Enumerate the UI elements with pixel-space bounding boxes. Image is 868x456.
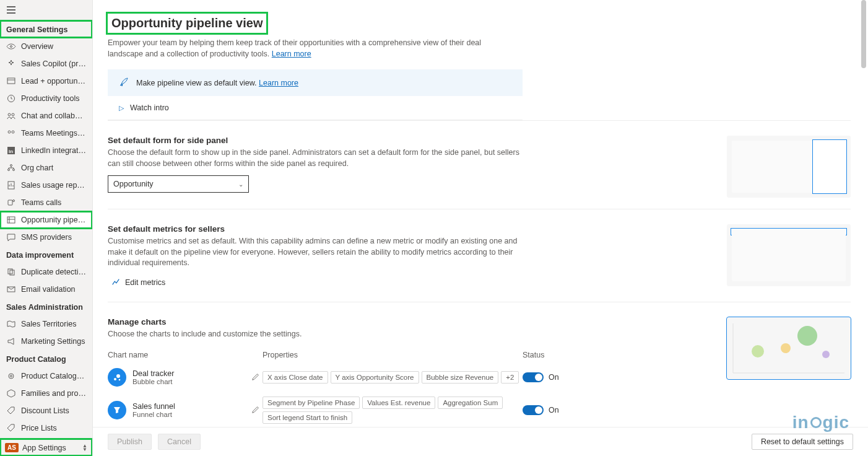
chart-table-head: Chart name Properties Status [108,347,677,363]
chip: Values Est. revenue [362,397,435,409]
nav-label: Discount Lists [21,406,69,415]
svg-rect-1 [7,78,15,84]
people-icon [6,128,16,138]
svg-rect-15 [7,217,15,223]
svg-point-26 [752,345,764,357]
nav-label: Product Catalog S... [21,372,86,380]
nav-productivity[interactable]: Productivity tools [0,90,92,107]
megaphone-icon [6,336,16,346]
nav-sales-territories[interactable]: Sales Territories [0,315,92,333]
svg-rect-13 [8,200,12,205]
play-icon: ▷ [119,104,124,112]
nav-sales-copilot[interactable]: Sales Copilot (pre... [0,55,92,72]
chart-row-sales-funnel: Sales funnel Funnel chart Segment by Pip… [108,392,677,427]
svg-point-19 [9,374,14,379]
nav-opportunity-pipeline[interactable]: Opportunity pipeli... [0,211,92,229]
tag-icon [6,423,16,433]
chart-icon [111,278,120,288]
group-product-catalog: Product Catalog [0,350,92,367]
area-label: App Settings [22,444,79,452]
nav-sales-usage[interactable]: Sales usage reports [0,177,92,194]
nav-overview[interactable]: Overview [0,38,92,55]
gear-icon [6,371,16,381]
nav-label: Sales usage reports [21,181,86,190]
svg-point-21 [114,378,116,380]
chart-chips: X axis Close date Y axis Opportunity Sco… [263,371,523,384]
nav-label: Lead + opportunit... [21,77,86,86]
nav-label: Marketing Settings [21,337,85,346]
hamburger-icon [6,5,16,15]
footer-bar: Publish Cancel Reset to default settings [93,427,868,456]
chart-name: Deal tracker [132,369,174,378]
nav-label: Sales Territories [21,320,76,328]
nav-sms-providers[interactable]: SMS providers [0,229,92,246]
nav-label: SMS providers [21,233,72,242]
chevron-down-icon: ⌄ [238,181,243,188]
section-metrics-thumbnail [727,224,851,286]
chip: Segment by Pipeline Phase [263,397,360,409]
edit-chart-button[interactable] [249,403,263,418]
scrollbar-track[interactable] [861,0,867,456]
section-metrics-desc: Customise metrics and set as default. Wi… [108,236,529,269]
nav-teams-meetings[interactable]: Teams Meetings (... [0,125,92,142]
status-toggle[interactable] [523,372,544,382]
map-icon [6,319,16,329]
nav-families-products[interactable]: Families and prod... [0,385,92,402]
chart-subtype: Funnel chart [132,411,175,418]
chip: X axis Close date [263,371,328,384]
eye-icon [6,42,16,51]
linkedin-icon: in [6,146,16,156]
svg-point-27 [781,343,791,353]
nav-email-validation[interactable]: Email validation [0,281,92,298]
chip: Y axis Opportunity Score [331,371,419,384]
reset-button[interactable]: Reset to default settings [752,434,853,450]
chip: Bubble size Revenue [422,371,499,384]
mail-icon [6,284,16,294]
edit-metrics-label: Edit metrics [125,278,165,287]
cancel-button[interactable]: Cancel [158,434,201,450]
people-icon [6,111,16,121]
nav-marketing-settings[interactable]: Marketing Settings [0,333,92,350]
nav-label: Productivity tools [21,94,79,103]
thumbnail-side-panel [812,139,847,194]
hamburger-menu[interactable] [0,0,92,20]
svg-point-9 [11,165,12,167]
nav-org-chart[interactable]: Org chart [0,159,92,177]
default-form-select[interactable]: Opportunity ⌄ [108,175,249,193]
report-icon [6,180,16,190]
nav-label: Org chart [21,164,53,172]
svg-point-4 [12,113,14,116]
chip: Aggregation Sum [438,397,503,409]
nav-label: Families and prod... [21,389,86,398]
learn-more-link[interactable]: Learn more [272,50,311,58]
svg-point-0 [11,46,12,48]
chip: +2 [501,371,519,384]
status-toggle[interactable] [523,405,544,415]
nav-duplicate-detection[interactable]: Duplicate detection [0,263,92,281]
nav-price-lists[interactable]: Price Lists [0,419,92,437]
svg-point-14 [13,200,15,202]
banner-text: Make pipeline view as default view. Lear… [136,79,298,87]
nav-linkedin[interactable]: inLinkedIn integration [0,142,92,159]
scrollbar-thumb[interactable] [861,0,866,68]
chart-subtype: Bubble chart [132,378,174,385]
nav-discount-lists[interactable]: Discount Lists [0,402,92,419]
area-switcher[interactable]: AS App Settings ▲▼ [0,439,92,456]
nav-product-catalog-settings[interactable]: Product Catalog S... [0,367,92,385]
nav-chat-collab[interactable]: Chat and collabor... [0,107,92,125]
svg-point-5 [8,131,11,133]
svg-point-22 [116,374,120,378]
group-general-settings: General Settings [0,20,92,38]
banner-learn-more-link[interactable]: Learn more [259,79,298,87]
watch-intro-button[interactable]: ▷ Watch intro [108,96,523,120]
status-label: On [549,406,559,414]
edit-chart-button[interactable] [249,370,263,385]
nav-lead-opportunity[interactable]: Lead + opportunit... [0,72,92,90]
nav-teams-calls[interactable]: Teams calls [0,194,92,211]
nav-label: Price Lists [21,424,57,432]
pipeline-icon [6,215,16,225]
watch-intro-label: Watch intro [130,103,169,112]
svg-text:in: in [9,149,13,154]
edit-metrics-button[interactable]: Edit metrics [108,275,169,291]
publish-button[interactable]: Publish [108,434,152,450]
